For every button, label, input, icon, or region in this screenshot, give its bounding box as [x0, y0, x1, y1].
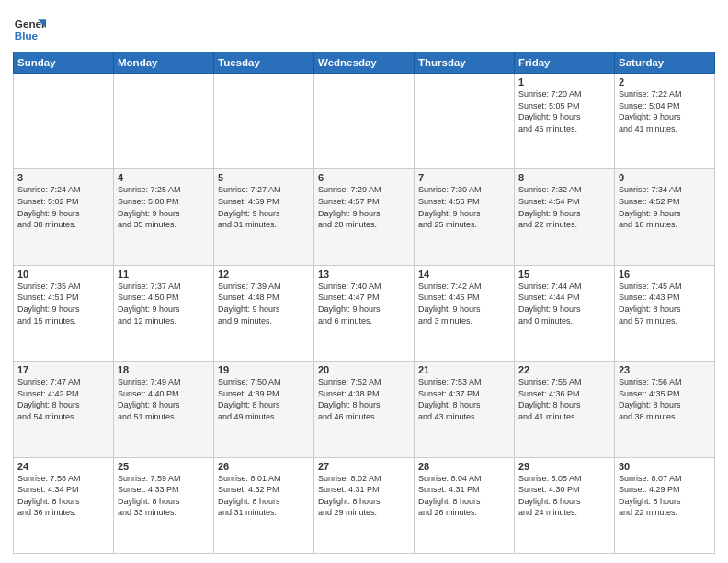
weekday-header-monday: Monday	[114, 52, 214, 74]
day-number: 28	[418, 461, 510, 472]
weekday-header-thursday: Thursday	[415, 52, 515, 74]
calendar-cell-5-3: 26Sunrise: 8:01 AM Sunset: 4:32 PM Dayli…	[214, 457, 314, 553]
page-header: General Blue	[13, 9, 715, 46]
weekday-header-sunday: Sunday	[14, 52, 114, 74]
calendar-cell-5-5: 28Sunrise: 8:04 AM Sunset: 4:31 PM Dayli…	[415, 457, 515, 553]
cell-info: Sunrise: 8:04 AM Sunset: 4:31 PM Dayligh…	[418, 473, 510, 519]
week-row-5: 24Sunrise: 7:58 AM Sunset: 4:34 PM Dayli…	[14, 457, 715, 553]
cell-info: Sunrise: 7:35 AM Sunset: 4:51 PM Dayligh…	[17, 281, 109, 327]
calendar-cell-2-2: 4Sunrise: 7:25 AM Sunset: 5:00 PM Daylig…	[114, 169, 214, 265]
logo-icon: General Blue	[13, 13, 46, 46]
calendar-cell-5-1: 24Sunrise: 7:58 AM Sunset: 4:34 PM Dayli…	[14, 457, 114, 553]
day-number: 3	[17, 172, 109, 183]
calendar-cell-3-3: 12Sunrise: 7:39 AM Sunset: 4:48 PM Dayli…	[214, 265, 314, 361]
cell-info: Sunrise: 7:30 AM Sunset: 4:56 PM Dayligh…	[418, 184, 510, 230]
cell-info: Sunrise: 7:20 AM Sunset: 5:05 PM Dayligh…	[518, 88, 610, 134]
cell-info: Sunrise: 7:52 AM Sunset: 4:38 PM Dayligh…	[318, 376, 410, 422]
cell-info: Sunrise: 7:49 AM Sunset: 4:40 PM Dayligh…	[118, 376, 210, 422]
week-row-3: 10Sunrise: 7:35 AM Sunset: 4:51 PM Dayli…	[14, 265, 715, 361]
week-row-4: 17Sunrise: 7:47 AM Sunset: 4:42 PM Dayli…	[14, 362, 715, 457]
cell-info: Sunrise: 7:59 AM Sunset: 4:33 PM Dayligh…	[118, 473, 210, 519]
cell-info: Sunrise: 8:01 AM Sunset: 4:32 PM Dayligh…	[218, 473, 310, 519]
day-number: 6	[318, 172, 410, 183]
day-number: 18	[118, 364, 210, 375]
day-number: 8	[518, 172, 610, 183]
day-number: 13	[318, 269, 410, 280]
calendar-cell-5-2: 25Sunrise: 7:59 AM Sunset: 4:33 PM Dayli…	[114, 457, 214, 553]
calendar-cell-4-3: 19Sunrise: 7:50 AM Sunset: 4:39 PM Dayli…	[214, 362, 314, 457]
calendar-cell-2-4: 6Sunrise: 7:29 AM Sunset: 4:57 PM Daylig…	[314, 169, 415, 265]
calendar-cell-2-6: 8Sunrise: 7:32 AM Sunset: 4:54 PM Daylig…	[515, 169, 615, 265]
calendar-cell-1-5	[415, 74, 515, 169]
day-number: 20	[318, 364, 410, 375]
cell-info: Sunrise: 7:40 AM Sunset: 4:47 PM Dayligh…	[318, 281, 410, 327]
day-number: 24	[17, 461, 109, 472]
cell-info: Sunrise: 7:47 AM Sunset: 4:42 PM Dayligh…	[17, 376, 109, 422]
calendar-table: SundayMondayTuesdayWednesdayThursdayFrid…	[13, 52, 715, 554]
calendar-cell-1-7: 2Sunrise: 7:22 AM Sunset: 5:04 PM Daylig…	[615, 74, 715, 169]
day-number: 27	[318, 461, 410, 472]
calendar-cell-3-2: 11Sunrise: 7:37 AM Sunset: 4:50 PM Dayli…	[114, 265, 214, 361]
day-number: 11	[118, 269, 210, 280]
day-number: 9	[619, 172, 711, 183]
calendar-cell-4-7: 23Sunrise: 7:56 AM Sunset: 4:35 PM Dayli…	[615, 362, 715, 457]
calendar-cell-3-4: 13Sunrise: 7:40 AM Sunset: 4:47 PM Dayli…	[314, 265, 415, 361]
logo: General Blue	[13, 13, 46, 46]
calendar-cell-2-5: 7Sunrise: 7:30 AM Sunset: 4:56 PM Daylig…	[415, 169, 515, 265]
cell-info: Sunrise: 7:34 AM Sunset: 4:52 PM Dayligh…	[619, 184, 711, 230]
day-number: 1	[518, 76, 610, 87]
day-number: 7	[418, 172, 510, 183]
calendar-cell-3-6: 15Sunrise: 7:44 AM Sunset: 4:44 PM Dayli…	[515, 265, 615, 361]
calendar-cell-1-4	[314, 74, 415, 169]
weekday-header-saturday: Saturday	[615, 52, 715, 74]
calendar-cell-5-6: 29Sunrise: 8:05 AM Sunset: 4:30 PM Dayli…	[515, 457, 615, 553]
cell-info: Sunrise: 8:07 AM Sunset: 4:29 PM Dayligh…	[619, 473, 711, 519]
calendar-cell-1-1	[14, 74, 114, 169]
day-number: 25	[118, 461, 210, 472]
calendar-cell-3-1: 10Sunrise: 7:35 AM Sunset: 4:51 PM Dayli…	[14, 265, 114, 361]
day-number: 29	[518, 461, 610, 472]
day-number: 23	[619, 364, 711, 375]
calendar-cell-2-3: 5Sunrise: 7:27 AM Sunset: 4:59 PM Daylig…	[214, 169, 314, 265]
day-number: 5	[218, 172, 310, 183]
cell-info: Sunrise: 7:53 AM Sunset: 4:37 PM Dayligh…	[418, 376, 510, 422]
cell-info: Sunrise: 7:44 AM Sunset: 4:44 PM Dayligh…	[518, 281, 610, 327]
day-number: 19	[218, 364, 310, 375]
cell-info: Sunrise: 7:55 AM Sunset: 4:36 PM Dayligh…	[518, 376, 610, 422]
calendar-cell-5-7: 30Sunrise: 8:07 AM Sunset: 4:29 PM Dayli…	[615, 457, 715, 553]
calendar-cell-1-3	[214, 74, 314, 169]
cell-info: Sunrise: 7:42 AM Sunset: 4:45 PM Dayligh…	[418, 281, 510, 327]
day-number: 14	[418, 269, 510, 280]
cell-info: Sunrise: 7:45 AM Sunset: 4:43 PM Dayligh…	[619, 281, 711, 327]
calendar-cell-2-7: 9Sunrise: 7:34 AM Sunset: 4:52 PM Daylig…	[615, 169, 715, 265]
cell-info: Sunrise: 7:22 AM Sunset: 5:04 PM Dayligh…	[619, 88, 711, 134]
cell-info: Sunrise: 7:39 AM Sunset: 4:48 PM Dayligh…	[218, 281, 310, 327]
cell-info: Sunrise: 7:58 AM Sunset: 4:34 PM Dayligh…	[17, 473, 109, 519]
cell-info: Sunrise: 8:02 AM Sunset: 4:31 PM Dayligh…	[318, 473, 410, 519]
cell-info: Sunrise: 7:56 AM Sunset: 4:35 PM Dayligh…	[619, 376, 711, 422]
calendar-cell-1-6: 1Sunrise: 7:20 AM Sunset: 5:05 PM Daylig…	[515, 74, 615, 169]
calendar-cell-4-1: 17Sunrise: 7:47 AM Sunset: 4:42 PM Dayli…	[14, 362, 114, 457]
weekday-header-wednesday: Wednesday	[314, 52, 415, 74]
cell-info: Sunrise: 7:37 AM Sunset: 4:50 PM Dayligh…	[118, 281, 210, 327]
day-number: 30	[619, 461, 711, 472]
cell-info: Sunrise: 7:25 AM Sunset: 5:00 PM Dayligh…	[118, 184, 210, 230]
day-number: 22	[518, 364, 610, 375]
day-number: 16	[619, 269, 711, 280]
day-number: 26	[218, 461, 310, 472]
calendar-cell-4-4: 20Sunrise: 7:52 AM Sunset: 4:38 PM Dayli…	[314, 362, 415, 457]
calendar-cell-4-6: 22Sunrise: 7:55 AM Sunset: 4:36 PM Dayli…	[515, 362, 615, 457]
weekday-header-friday: Friday	[515, 52, 615, 74]
calendar-cell-1-2	[114, 74, 214, 169]
weekday-header-row: SundayMondayTuesdayWednesdayThursdayFrid…	[14, 52, 715, 74]
week-row-2: 3Sunrise: 7:24 AM Sunset: 5:02 PM Daylig…	[14, 169, 715, 265]
calendar-cell-3-5: 14Sunrise: 7:42 AM Sunset: 4:45 PM Dayli…	[415, 265, 515, 361]
calendar-cell-4-5: 21Sunrise: 7:53 AM Sunset: 4:37 PM Dayli…	[415, 362, 515, 457]
cell-info: Sunrise: 7:24 AM Sunset: 5:02 PM Dayligh…	[17, 184, 109, 230]
cell-info: Sunrise: 7:29 AM Sunset: 4:57 PM Dayligh…	[318, 184, 410, 230]
cell-info: Sunrise: 7:27 AM Sunset: 4:59 PM Dayligh…	[218, 184, 310, 230]
week-row-1: 1Sunrise: 7:20 AM Sunset: 5:05 PM Daylig…	[14, 74, 715, 169]
day-number: 2	[619, 76, 711, 87]
day-number: 10	[17, 269, 109, 280]
weekday-header-tuesday: Tuesday	[214, 52, 314, 74]
